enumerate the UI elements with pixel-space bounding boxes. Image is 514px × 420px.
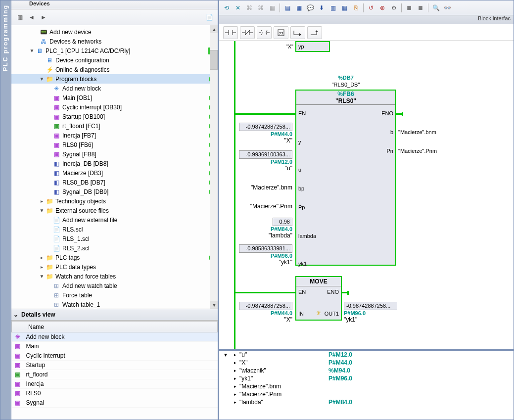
toggle-icon[interactable] — [39, 57, 45, 63]
details-row[interactable]: ▣Startup — [12, 361, 218, 370]
details-row[interactable]: ▣Inercja — [12, 379, 218, 389]
toggle-icon[interactable] — [46, 151, 51, 157]
tool-button[interactable]: ⎘ — [350, 2, 361, 13]
toggle-icon[interactable] — [46, 245, 51, 251]
branch-open-icon[interactable] — [290, 26, 305, 39]
monitor-row[interactable]: ▸"X"P#M44.0 — [219, 359, 514, 367]
function-block-rls0[interactable]: %FB6 "RLS0" EN ENO b "Macierze".bnm Pn "… — [295, 90, 396, 266]
tool-button[interactable]: ⊗ — [377, 2, 388, 13]
tool-button[interactable]: ⌘ — [244, 2, 255, 13]
ladder-diagram[interactable]: "X" yp %DB7 "RLS0_DB" %FB6 "RLS0" EN ENO — [219, 41, 514, 420]
tool-button[interactable]: ✕ — [233, 2, 243, 13]
toggle-icon[interactable] — [46, 86, 51, 91]
tree-item[interactable]: 📄RLS_1.scl — [11, 234, 218, 243]
cross-reference-list[interactable]: ▾▸"u"P#M12.0▸"X"P#M44.0▸"wlacznik"%M94.0… — [219, 351, 514, 405]
tree-item[interactable]: ◧RLS0_DB [DB7] — [11, 178, 218, 187]
tool-button[interactable]: ▥ — [327, 2, 338, 13]
toggle-icon[interactable] — [46, 180, 51, 185]
tree-item[interactable]: ▼📁External source files — [11, 206, 218, 215]
toggle-icon[interactable] — [46, 123, 51, 129]
forward-button[interactable]: ► — [38, 12, 49, 23]
glasses-icon[interactable]: 👓 — [442, 2, 453, 13]
tree-item[interactable]: ◧Macierze [DB3] — [11, 168, 218, 178]
tree-item[interactable]: ▸📁PLC tags — [11, 253, 218, 262]
block-interface-bar[interactable]: Block interfac — [219, 15, 514, 24]
column-header[interactable]: Name — [24, 322, 218, 332]
tree-item[interactable]: ▣Main [OB1] — [11, 93, 218, 102]
tree-item[interactable]: 📟Add new device — [11, 27, 218, 37]
fb-port-box[interactable]: "X" yp — [295, 41, 330, 52]
tree-item[interactable]: ◧Sygnal_DB [DB9] — [11, 187, 218, 196]
toggle-icon[interactable] — [46, 170, 51, 176]
toolbar-button[interactable]: 📄 — [204, 12, 215, 23]
toggle-icon[interactable] — [46, 133, 51, 138]
toggle-icon[interactable]: ▼ — [29, 48, 35, 53]
toggle-icon[interactable] — [46, 283, 51, 288]
tree-item[interactable]: ✳Add new block — [11, 84, 218, 93]
toggle-icon[interactable]: ▸ — [39, 255, 45, 260]
tool-button[interactable]: ⚙ — [388, 2, 399, 13]
tree-item[interactable]: ▣rt_floord [FC1] — [11, 121, 218, 131]
toggle-icon[interactable]: ▸ — [39, 198, 45, 204]
toggle-icon[interactable] — [46, 227, 51, 232]
tree-item[interactable]: ▣Startup [OB100] — [11, 112, 218, 121]
contact-nc-icon[interactable] — [240, 26, 255, 39]
toggle-icon[interactable] — [33, 29, 39, 35]
toggle-icon[interactable] — [46, 104, 51, 110]
monitor-row[interactable]: ▸"Macierze".Pnm — [219, 390, 514, 398]
tool-button[interactable]: 💬 — [305, 2, 316, 13]
toggle-icon[interactable] — [46, 161, 51, 166]
toggle-icon[interactable] — [33, 39, 39, 44]
tool-button[interactable]: ▦ — [339, 2, 350, 13]
details-row[interactable]: ▣rt_floord — [12, 370, 218, 379]
back-button[interactable]: ◄ — [26, 12, 37, 23]
monitor-row[interactable]: ▸"wlacznik"%M94.0 — [219, 367, 514, 374]
toggle-icon[interactable]: ▼ — [39, 274, 45, 279]
tool-button[interactable]: ▤ — [282, 2, 293, 13]
toggle-icon[interactable] — [46, 236, 51, 241]
tree-item[interactable]: ▣RLS0 [FB6] — [11, 140, 218, 149]
tree-item[interactable]: 📄RLS_2.scl — [11, 243, 218, 253]
toggle-icon[interactable] — [46, 142, 51, 147]
tree-item[interactable]: 📄RLS.scl — [11, 225, 218, 234]
toggle-icon[interactable] — [46, 302, 51, 307]
tree-item[interactable]: ▣Inercja [FB7] — [11, 131, 218, 140]
contact-no-icon[interactable] — [223, 26, 238, 39]
toolbar-button[interactable]: ▥ — [14, 12, 25, 23]
scroll-up-icon[interactable]: ▲ — [210, 25, 218, 33]
toggle-icon[interactable] — [46, 189, 51, 194]
tool-button[interactable]: 🔍 — [430, 2, 441, 13]
tree-item[interactable]: 🖥Device configuration — [11, 55, 218, 65]
branch-close-icon[interactable] — [307, 26, 322, 39]
tree-item[interactable]: ◧Inercja_DB [DB8] — [11, 159, 218, 168]
move-block[interactable]: MOVE EN ENO IN OUT1 ✳ — [295, 276, 342, 321]
details-header[interactable]: ⌄ Details view — [11, 309, 218, 321]
tree-item[interactable]: ▼📁Program blocks — [11, 74, 218, 84]
tree-item[interactable]: ▼🖥PLC_1 [CPU 1214C AC/DC/Rly]✓ — [11, 46, 218, 55]
star-icon[interactable]: ✳ — [316, 310, 321, 317]
tree-item[interactable]: ⊞Add new watch table — [11, 281, 218, 290]
box-icon[interactable]: ?? — [274, 26, 288, 39]
toggle-icon[interactable]: ▼ — [39, 76, 45, 82]
tree-item[interactable]: ⊞Force table — [11, 290, 218, 300]
toggle-icon[interactable] — [46, 114, 51, 119]
scroll-thumb[interactable] — [210, 50, 218, 70]
tool-button[interactable]: ⬇ — [316, 2, 327, 13]
tool-button[interactable]: ≣ — [404, 2, 415, 13]
tree-item[interactable]: ▸📁Technology objects — [11, 196, 218, 206]
tool-button[interactable]: ⟲ — [221, 2, 232, 13]
details-row[interactable]: ▣Main — [12, 342, 218, 351]
project-tree[interactable]: 📟Add new device🖧Devices & networks▼🖥PLC_… — [11, 25, 218, 309]
details-row[interactable]: ▣Cyclic interrupt — [12, 351, 218, 361]
coil-icon[interactable] — [257, 26, 272, 39]
tree-item[interactable]: 📄Add new external file — [11, 215, 218, 225]
tree-item[interactable]: ▣Sygnal [FB8] — [11, 149, 218, 159]
monitor-row[interactable]: ▾▸"u"P#M12.0 — [219, 351, 514, 359]
toggle-icon[interactable]: ▼ — [39, 208, 45, 213]
monitor-row[interactable]: ▸"Macierze".bnm — [219, 382, 514, 390]
tree-item[interactable]: ▣Cyclic interrupt [OB30] — [11, 102, 218, 112]
tool-button[interactable]: ≣ — [415, 2, 426, 13]
details-row[interactable]: ▣Sygnal — [12, 398, 218, 408]
monitor-row[interactable]: ▸"lambda"P#M84.0 — [219, 398, 514, 405]
tree-item[interactable]: ▼📁Watch and force tables — [11, 272, 218, 281]
